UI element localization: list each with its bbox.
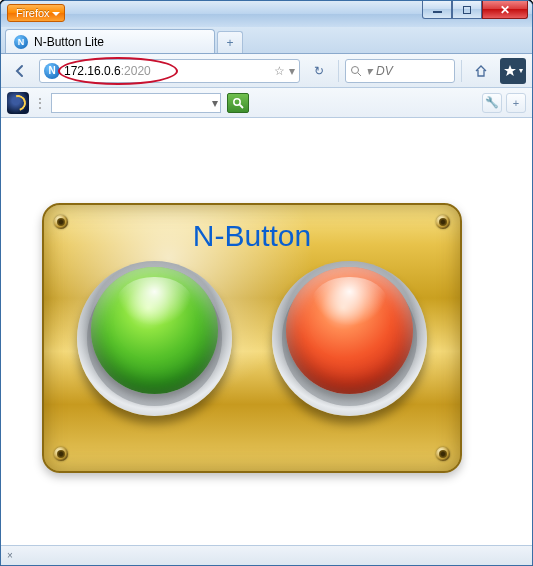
close-icon: ✕ <box>500 3 510 17</box>
reload-icon: ↻ <box>314 64 324 78</box>
settings-button[interactable]: 🔧 <box>482 93 502 113</box>
firefox-menu-button[interactable]: Firefox <box>7 4 65 22</box>
tab-title: N-Button Lite <box>34 35 104 49</box>
bookmarks-button[interactable]: ▾ <box>500 58 526 84</box>
button-row <box>44 261 460 416</box>
panel-wrap: N-Button <box>2 118 531 473</box>
back-button[interactable] <box>7 58 33 84</box>
plus-small-icon: + <box>513 97 519 109</box>
nav-toolbar: N 172.16.0.6:2020 ☆ ▾ ↻ ▾ DV ▾ <box>1 54 532 88</box>
new-tab-button[interactable]: + <box>217 31 243 53</box>
screw-icon <box>436 215 450 229</box>
reload-button[interactable]: ↻ <box>306 58 332 84</box>
screw-icon <box>54 215 68 229</box>
url-text: 172.16.0.6:2020 <box>64 64 270 78</box>
bookmark-star-icon[interactable]: ☆ <box>274 64 285 78</box>
button-cap-green <box>91 267 218 394</box>
firefox-window: Firefox ✕ N N-Button Lite + N 172.16.0.6… <box>0 0 533 566</box>
minimize-button[interactable] <box>422 1 452 19</box>
panel-title: N-Button <box>44 205 460 253</box>
status-bar: × <box>1 545 532 565</box>
window-titlebar: Firefox ✕ <box>1 1 532 27</box>
addon-search-button[interactable] <box>227 93 249 113</box>
firefox-menu-label: Firefox <box>16 7 50 19</box>
maximize-button[interactable] <box>452 1 482 19</box>
back-arrow-icon <box>13 64 27 78</box>
magnifier-icon <box>232 97 244 109</box>
search-icon <box>350 65 362 77</box>
page-content: N-Button <box>2 118 531 545</box>
search-placeholder: DV <box>376 64 393 78</box>
window-controls: ✕ <box>422 1 528 19</box>
addon-combo[interactable]: ▾ <box>51 93 221 113</box>
url-host: 172.16.0.6 <box>64 64 121 78</box>
tab-favicon-icon: N <box>14 35 28 49</box>
addon-logo-icon[interactable] <box>7 92 29 114</box>
screw-icon <box>436 447 450 461</box>
url-bar[interactable]: N 172.16.0.6:2020 ☆ ▾ <box>39 59 300 83</box>
svg-line-3 <box>240 104 243 107</box>
close-button[interactable]: ✕ <box>482 1 528 19</box>
maximize-icon <box>463 6 471 14</box>
button-cap-red <box>286 267 413 394</box>
home-icon <box>474 64 488 78</box>
tab-strip: N N-Button Lite + <box>1 27 532 54</box>
green-push-button[interactable] <box>77 261 232 416</box>
toolbar-separator <box>338 60 339 82</box>
url-right-controls: ☆ ▾ <box>274 64 295 78</box>
screw-icon <box>54 447 68 461</box>
svg-line-1 <box>358 73 361 76</box>
home-button[interactable] <box>468 58 494 84</box>
addon-toolbar: ⋮ ▾ 🔧 + <box>1 88 532 118</box>
wrench-icon: 🔧 <box>485 96 499 109</box>
add-button[interactable]: + <box>506 93 526 113</box>
bookmarks-star-icon <box>503 64 517 78</box>
gold-panel: N-Button <box>42 203 462 473</box>
plus-icon: + <box>226 36 233 50</box>
bookmarks-dropdown-icon: ▾ <box>519 66 523 75</box>
tab-active[interactable]: N N-Button Lite <box>5 29 215 53</box>
toolbar-separator <box>461 60 462 82</box>
statusbar-close-icon[interactable]: × <box>7 550 13 561</box>
addon-right-group: 🔧 + <box>482 93 526 113</box>
url-dropdown-icon[interactable]: ▾ <box>289 64 295 78</box>
combo-dropdown-icon[interactable]: ▾ <box>212 96 218 110</box>
site-favicon-icon: N <box>44 63 60 79</box>
url-port: :2020 <box>121 64 151 78</box>
toolbar-grip: ⋮ <box>35 96 45 110</box>
svg-point-2 <box>234 98 240 104</box>
search-dropdown-icon[interactable]: ▾ <box>366 64 372 78</box>
search-box[interactable]: ▾ DV <box>345 59 455 83</box>
minimize-icon <box>433 11 442 13</box>
svg-point-0 <box>352 66 359 73</box>
red-push-button[interactable] <box>272 261 427 416</box>
